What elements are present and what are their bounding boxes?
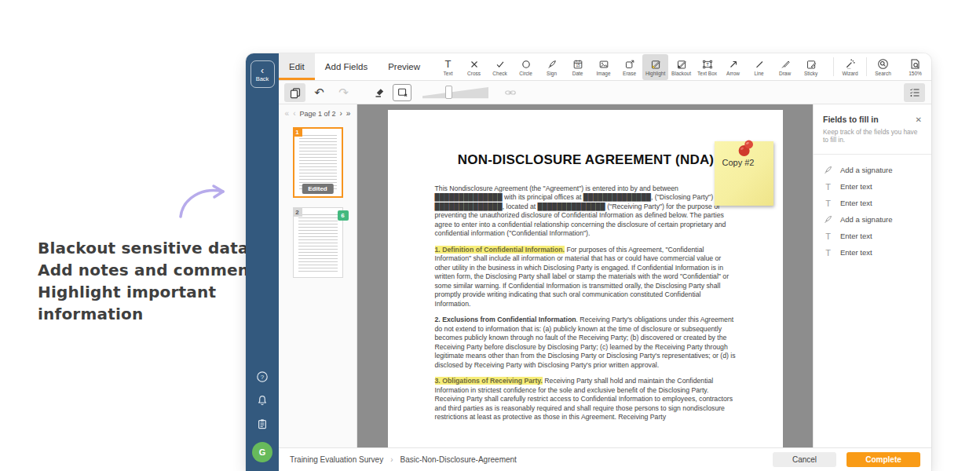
signature-icon	[823, 214, 833, 225]
next-page-button[interactable]: ›	[340, 109, 342, 118]
field-item-label: Add a signature	[840, 215, 893, 224]
page-number-badge: 2	[293, 207, 302, 217]
redo-button[interactable]: ↷	[333, 83, 354, 102]
thumbnail-page-2[interactable]: 2 6	[293, 207, 343, 278]
clipboard-icon[interactable]	[255, 417, 269, 431]
tab-preview[interactable]: Preview	[378, 53, 430, 80]
tab-edit-label: Edit	[289, 62, 305, 71]
fields-list-toggle[interactable]	[904, 83, 925, 102]
highlighted-text: 3. Obligations of Receiving Party.	[435, 377, 543, 385]
field-item-text-2[interactable]: T Enter text	[823, 195, 922, 211]
arrow-icon	[728, 58, 739, 70]
secondary-toolbar: ↶ ↷	[279, 81, 931, 104]
eraser-icon	[373, 86, 386, 99]
left-sidebar: ‹ Back ? G	[246, 53, 279, 471]
slider-handle[interactable]	[445, 86, 452, 99]
annotation-line: Highlight important	[38, 281, 272, 303]
tool-text-box[interactable]: T Text Box	[694, 54, 720, 80]
document-title: NON-DISCLOSURE AGREEMENT (NDA)	[435, 155, 737, 165]
tool-date[interactable]: 15 Date	[565, 54, 591, 80]
text-field-icon: T	[823, 182, 833, 192]
svg-text:?: ?	[261, 374, 265, 381]
thumbnail-page-1[interactable]: 1 Edited	[293, 127, 343, 198]
field-item-text-4[interactable]: T Enter text	[823, 244, 922, 261]
pages-icon	[289, 86, 302, 99]
link-button[interactable]	[499, 83, 521, 102]
tool-blackout[interactable]: Blackout	[668, 54, 694, 80]
field-item-text-3[interactable]: T Enter text	[823, 228, 922, 244]
tool-arrow[interactable]: Arrow	[720, 54, 746, 80]
complete-button[interactable]: Complete	[847, 452, 920, 467]
doc-paragraph-2: 2. Exclusions from Confidential Informat…	[435, 316, 737, 370]
close-icon[interactable]: ✕	[916, 115, 922, 124]
tool-sticky[interactable]: Sticky	[798, 54, 824, 80]
tool-image[interactable]: Image	[591, 54, 616, 80]
sticky-icon	[806, 58, 817, 70]
erase-settings-group	[367, 83, 522, 102]
bottom-bar: Training Evaluation Survey › Basic-Non-D…	[279, 447, 931, 471]
tool-line[interactable]: Line	[746, 54, 772, 80]
draw-icon	[780, 58, 791, 70]
slider-track	[422, 86, 488, 99]
field-item-signature-1[interactable]: Add a signature	[823, 162, 922, 178]
last-page-button[interactable]: »	[346, 109, 351, 118]
field-item-label: Add a signature	[840, 166, 893, 174]
erase-area-button[interactable]	[393, 84, 411, 101]
svg-text:15: 15	[576, 64, 580, 68]
sticky-note[interactable]: Copy #2	[715, 141, 773, 206]
pushpin-icon	[736, 138, 756, 159]
avatar[interactable]: G	[252, 442, 272, 462]
back-button[interactable]: ‹ Back	[250, 60, 275, 88]
main-toolbar: Edit Add Fields Preview T Text Cross Che…	[279, 53, 931, 81]
thumbnail-panel: « ‹ Page 1 of 2 › » 1 Edited	[279, 104, 357, 447]
undo-button[interactable]: ↶	[309, 83, 330, 102]
text-field-icon: T	[823, 199, 833, 208]
prev-page-button[interactable]: ‹	[293, 109, 295, 118]
annotation-line: information	[38, 303, 272, 325]
tool-draw[interactable]: Draw	[772, 54, 798, 80]
edited-badge: Edited	[302, 184, 333, 194]
page-number-badge: 1	[293, 127, 302, 137]
field-item-text-1[interactable]: T Enter text	[823, 178, 922, 195]
tool-erase[interactable]: Erase	[616, 54, 642, 80]
tool-cross[interactable]: Cross	[461, 54, 487, 80]
tool-text[interactable]: T Text	[435, 54, 461, 80]
eraser-button[interactable]	[368, 83, 389, 102]
breadcrumb-survey[interactable]: Training Evaluation Survey	[290, 455, 383, 464]
tool-sign[interactable]: Sign	[539, 54, 565, 80]
zoom-level-button[interactable]: 150%	[899, 53, 931, 80]
pages-button[interactable]	[284, 83, 305, 102]
tool-check[interactable]: Check	[487, 54, 513, 80]
right-tool-group: Wizard Search 150%	[833, 53, 931, 80]
tool-highlight[interactable]: Highlight	[642, 54, 668, 80]
bell-icon[interactable]	[255, 393, 269, 407]
thickness-slider[interactable]	[422, 86, 488, 99]
panel-divider	[814, 154, 931, 155]
pager-label: Page 1 of 2	[299, 110, 335, 118]
main-column: Edit Add Fields Preview T Text Cross Che…	[279, 53, 931, 471]
screenshot-stage: Blackout sensitive data, Add notes and c…	[0, 0, 980, 471]
cancel-button[interactable]: Cancel	[773, 452, 836, 467]
paragraph-text: . Receiving Party's obligations under th…	[435, 316, 736, 369]
text-box-icon: T	[702, 58, 713, 70]
search-button[interactable]: Search	[867, 53, 899, 80]
first-page-button[interactable]: «	[285, 109, 290, 118]
field-item-signature-2[interactable]: Add a signature	[823, 211, 922, 228]
undo-icon: ↶	[314, 86, 324, 100]
footer-buttons: Cancel Complete	[773, 452, 920, 467]
back-label: Back	[256, 75, 269, 82]
circle-icon	[521, 58, 532, 70]
doc-paragraph-intro: This Nondisclosure Agreement (the "Agree…	[435, 184, 737, 239]
help-icon[interactable]: ?	[255, 370, 269, 384]
tool-circle[interactable]: Circle	[513, 54, 539, 80]
tab-add-fields[interactable]: Add Fields	[315, 53, 378, 80]
breadcrumb-separator: ›	[390, 455, 393, 464]
tab-edit[interactable]: Edit	[279, 53, 315, 80]
document-page[interactable]: NON-DISCLOSURE AGREEMENT (NDA) This Nond…	[388, 110, 783, 447]
text-field-icon: T	[823, 232, 833, 241]
fields-panel: Fields to fill in ✕ Keep track of the fi…	[813, 104, 931, 447]
pdf-editor-window: ‹ Back ? G Edit Add Fields Preview	[246, 53, 931, 471]
text-field-icon: T	[823, 248, 833, 257]
wizard-button[interactable]: Wizard	[834, 53, 866, 80]
zoom-document-icon	[909, 58, 921, 70]
